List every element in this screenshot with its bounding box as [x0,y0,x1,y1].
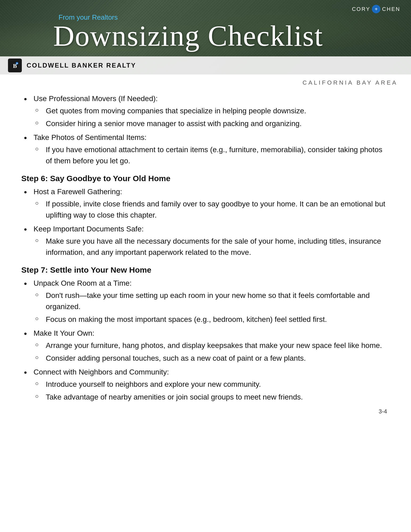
item-label: Keep Important Documents Safe: [34,225,144,233]
location-label: CALIFORNIA BAY AREA [0,74,411,88]
list-item: Focus on making the most important space… [34,314,390,325]
plus-icon: + [372,5,380,13]
sub-list: Get quotes from moving companies that sp… [34,105,390,129]
section-step6: Step 6: Say Goodbye to Your Old Home Hos… [21,174,390,258]
sub-list: Arrange your furniture, hang photos, and… [34,340,390,364]
brokerage-name: COLDWELL BANKER REALTY [27,62,136,69]
list-item: Take advantage of nearby amenities or jo… [34,392,390,403]
step7-list: Unpack One Room at a Time: Don't rush—ta… [21,278,390,403]
step7-heading: Step 7: Settle into Your New Home [21,265,390,275]
chen-label: CHEN [382,6,400,12]
list-item: Host a Farewell Gathering: If possible, … [21,186,390,221]
page-title: Downsizing Checklist [53,21,323,51]
cory-label: CORY [352,6,370,12]
list-item: Arrange your furniture, hang photos, and… [34,340,390,351]
svg-text:✦: ✦ [16,62,18,65]
page-number: 3-4 [21,408,390,415]
section-step7: Step 7: Settle into Your New Home Unpack… [21,265,390,403]
header-banner: CORY + CHEN From your Realtors Downsizin… [0,0,411,74]
list-item: Don't rush—take your time setting up eac… [34,290,390,312]
step6-heading: Step 6: Say Goodbye to Your Old Home [21,174,390,183]
sub-list: If you have emotional attachment to cert… [34,144,390,167]
list-item: Use Professional Movers (If Needed): Get… [21,93,390,129]
item-label: Use Professional Movers (If Needed): [34,94,158,103]
list-item: Consider hiring a senior move manager to… [34,118,390,129]
list-item: Consider adding personal touches, such a… [34,353,390,364]
list-item: Introduce yourself to neighbors and expl… [34,379,390,390]
item-label: Unpack One Room at a Time: [34,279,132,287]
item-label: Take Photos of Sentimental Items: [34,133,147,142]
list-item: Take Photos of Sentimental Items: If you… [21,132,390,167]
sub-list: If possible, invite close friends and fa… [34,198,390,221]
movers-list: Use Professional Movers (If Needed): Get… [21,93,390,167]
brokerage-bar: B ✦ COLDWELL BANKER REALTY [0,56,411,74]
list-item: Connect with Neighbors and Community: In… [21,367,390,403]
list-item: If possible, invite close friends and fa… [34,198,390,221]
list-item: Keep Important Documents Safe: Make sure… [21,223,390,258]
list-item: Unpack One Room at a Time: Don't rush—ta… [21,278,390,325]
list-item: Make sure you have all the necessary doc… [34,236,390,258]
section-movers: Use Professional Movers (If Needed): Get… [21,93,390,167]
item-label: Connect with Neighbors and Community: [34,368,169,376]
coldwell-banker-logo: B ✦ [8,59,22,72]
list-item: If you have emotional attachment to cert… [34,144,390,167]
realtor-badge: CORY + CHEN [352,5,400,13]
sub-list: Introduce yourself to neighbors and expl… [34,379,390,403]
step6-list: Host a Farewell Gathering: If possible, … [21,186,390,258]
sub-list: Make sure you have all the necessary doc… [34,236,390,258]
sub-list: Don't rush—take your time setting up eac… [34,290,390,325]
main-content: Use Professional Movers (If Needed): Get… [0,88,411,431]
item-label: Make It Your Own: [34,329,94,337]
item-label: Host a Farewell Gathering: [34,188,122,196]
list-item: Get quotes from moving companies that sp… [34,105,390,117]
list-item: Make It Your Own: Arrange your furniture… [21,328,390,364]
